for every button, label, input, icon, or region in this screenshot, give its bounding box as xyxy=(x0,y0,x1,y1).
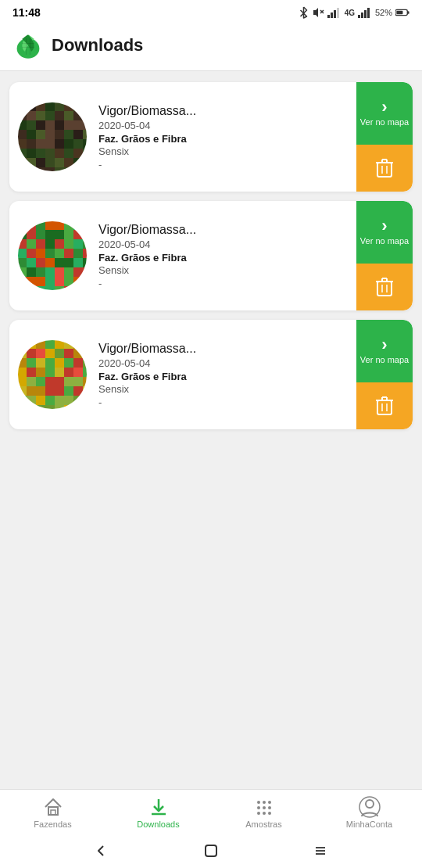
main-content: Vigor/Biomassa... 2020-05-04 Faz. Grãos … xyxy=(0,71,422,440)
card-2-thumbnail xyxy=(17,221,88,291)
svg-point-52 xyxy=(366,800,374,808)
card-1-view-button[interactable]: › Ver no mapa xyxy=(356,82,413,145)
card-2-actions: › Ver no mapa xyxy=(356,201,413,310)
svg-rect-39 xyxy=(48,807,58,815)
card-3-dash: - xyxy=(98,396,352,408)
card-3-date: 2020-05-04 xyxy=(98,357,352,369)
card-2-source: Sensix xyxy=(98,264,352,276)
card-2-farm: Faz. Grãos e Fibra xyxy=(98,252,352,264)
svg-rect-25 xyxy=(377,282,392,296)
svg-point-48 xyxy=(268,806,271,809)
svg-point-44 xyxy=(263,801,266,804)
card-2-image xyxy=(9,201,95,310)
card-3-view-button[interactable]: › Ver no mapa xyxy=(356,320,413,382)
trash-icon-3 xyxy=(374,395,395,417)
svg-rect-7 xyxy=(361,13,363,18)
card-1-farm: Faz. Grãos e Fibra xyxy=(98,133,352,145)
svg-rect-18 xyxy=(377,163,392,177)
svg-rect-8 xyxy=(364,10,367,18)
nav-item-downloads[interactable]: Downloads xyxy=(131,796,186,829)
svg-point-51 xyxy=(268,812,271,815)
card-2-title: Vigor/Biomassa... xyxy=(98,223,352,237)
header: Downloads xyxy=(0,22,422,71)
home-button[interactable] xyxy=(202,841,220,860)
page-title: Downloads xyxy=(52,35,143,56)
svg-point-45 xyxy=(268,801,271,804)
download-card-2: Vigor/Biomassa... 2020-05-04 Faz. Grãos … xyxy=(9,201,413,310)
bluetooth-icon xyxy=(299,6,309,19)
signal-icon xyxy=(327,7,342,18)
svg-rect-6 xyxy=(358,15,360,18)
status-time: 11:48 xyxy=(13,6,41,19)
card-2-delete-button[interactable] xyxy=(356,264,413,310)
svg-rect-2 xyxy=(327,15,330,18)
view-map-label: Ver no mapa xyxy=(360,117,409,127)
card-2-dash: - xyxy=(98,278,352,289)
system-nav-bar xyxy=(0,834,422,868)
svg-point-50 xyxy=(263,812,266,815)
card-1-thumbnail xyxy=(17,102,88,172)
nav-fazendas-label: Fazendas xyxy=(34,820,71,829)
svg-rect-11 xyxy=(408,11,409,14)
svg-rect-4 xyxy=(334,10,336,18)
card-3-thumbnail xyxy=(17,339,88,410)
nav-item-minhaconta[interactable]: MinhaConta xyxy=(342,796,397,829)
svg-rect-3 xyxy=(331,13,333,18)
chevron-right-icon-3: › xyxy=(381,336,387,353)
svg-rect-54 xyxy=(206,845,216,856)
download-card-1: Vigor/Biomassa... 2020-05-04 Faz. Grãos … xyxy=(9,82,413,192)
card-1-delete-button[interactable] xyxy=(356,145,413,192)
svg-rect-12 xyxy=(396,11,402,15)
view-map-label-2: Ver no mapa xyxy=(360,236,409,246)
nav-downloads-label: Downloads xyxy=(137,820,179,829)
card-3-delete-button[interactable] xyxy=(356,382,413,429)
card-1-info: Vigor/Biomassa... 2020-05-04 Faz. Grãos … xyxy=(95,82,356,192)
card-3-image xyxy=(9,320,95,429)
minhaconta-icon xyxy=(359,796,381,818)
svg-point-47 xyxy=(263,806,266,809)
card-3-farm: Faz. Grãos e Fibra xyxy=(98,371,352,382)
card-3-actions: › Ver no mapa xyxy=(356,320,413,429)
svg-rect-32 xyxy=(377,400,392,414)
network-type: 4G xyxy=(345,9,355,17)
chevron-right-icon-2: › xyxy=(381,217,387,235)
nav-item-fazendas[interactable]: Fazendas xyxy=(26,796,80,829)
trash-icon-2 xyxy=(374,276,395,298)
bottom-nav: Fazendas Downloads xyxy=(0,789,422,834)
nav-item-amostras[interactable]: Amostras xyxy=(237,796,291,829)
recents-button[interactable] xyxy=(311,841,330,860)
signal2-icon xyxy=(358,7,372,18)
svg-rect-5 xyxy=(337,8,339,18)
card-2-info: Vigor/Biomassa... 2020-05-04 Faz. Grãos … xyxy=(95,201,356,310)
card-1-source: Sensix xyxy=(98,145,352,157)
card-1-date: 2020-05-04 xyxy=(98,120,352,131)
status-icons: 4G 52% xyxy=(299,6,409,19)
card-2-view-button[interactable]: › Ver no mapa xyxy=(356,201,413,264)
svg-point-49 xyxy=(257,812,260,815)
app-logo xyxy=(13,30,44,61)
card-3-info: Vigor/Biomassa... 2020-05-04 Faz. Grãos … xyxy=(95,320,356,429)
nav-minhaconta-label: MinhaConta xyxy=(346,820,392,829)
mute-icon xyxy=(312,6,324,19)
svg-point-46 xyxy=(257,806,260,809)
battery-level: 52% xyxy=(375,8,392,17)
card-2-date: 2020-05-04 xyxy=(98,239,352,250)
svg-point-43 xyxy=(257,801,260,804)
back-button[interactable] xyxy=(92,841,111,860)
svg-rect-9 xyxy=(367,8,370,18)
chevron-right-icon: › xyxy=(381,99,387,116)
view-map-label-3: Ver no mapa xyxy=(360,355,409,365)
trash-icon xyxy=(374,157,395,179)
amostras-icon xyxy=(253,796,275,818)
fazendas-icon xyxy=(42,796,64,818)
card-1-image xyxy=(9,82,95,192)
card-3-title: Vigor/Biomassa... xyxy=(98,342,352,356)
card-1-actions: › Ver no mapa xyxy=(356,82,413,192)
downloads-icon xyxy=(148,796,170,818)
download-card-3: Vigor/Biomassa... 2020-05-04 Faz. Grãos … xyxy=(9,320,413,429)
status-bar: 11:48 4G 52% xyxy=(0,0,422,22)
card-1-title: Vigor/Biomassa... xyxy=(98,104,352,118)
card-3-source: Sensix xyxy=(98,383,352,395)
card-1-dash: - xyxy=(98,159,352,170)
nav-amostras-label: Amostras xyxy=(245,820,281,829)
